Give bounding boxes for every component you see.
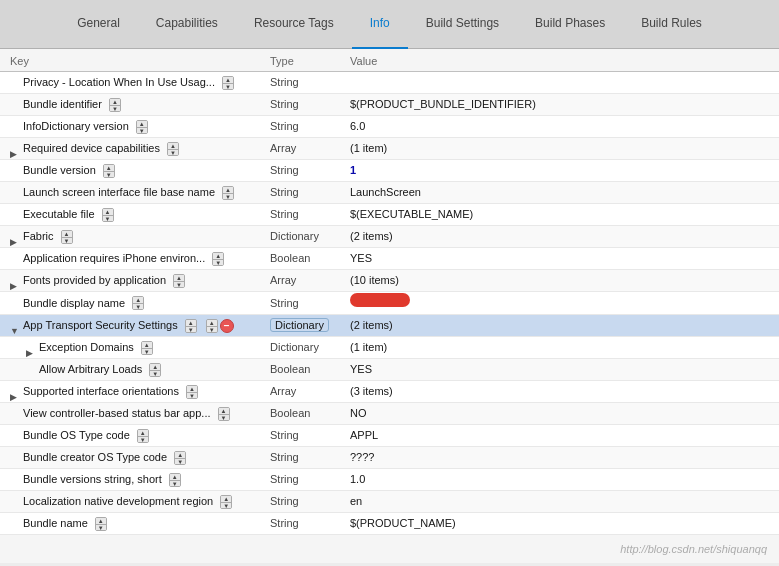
table-row: Launch screen interface file base name▲▼… [0, 182, 779, 204]
key-text: Supported interface orientations [23, 382, 179, 401]
red-blob-value [350, 293, 410, 307]
stepper-3[interactable]: ▲▼ [167, 142, 179, 156]
value-cell-9: (10 items) [350, 271, 769, 290]
key-text: Bundle OS Type code [23, 426, 130, 445]
key-cell-15: View controller-based status bar app...▲… [10, 404, 270, 423]
col-value: Value [350, 55, 769, 67]
type-cell-3: Array [270, 139, 350, 158]
type-cell-5: String [270, 183, 350, 202]
key-cell-19: Localization native development region▲▼ [10, 492, 270, 511]
value-cell-16: APPL [350, 426, 769, 445]
tab-build-rules[interactable]: Build Rules [623, 0, 720, 49]
key-text: Privacy - Location When In Use Usag... [23, 73, 215, 92]
table-row: Bundle creator OS Type code▲▼String???? [0, 447, 779, 469]
type-cell-11: Dictionary [270, 316, 350, 335]
key-cell-13: Allow Arbitrary Loads▲▼ [10, 360, 270, 379]
value-cell-2: 6.0 [350, 117, 769, 136]
table-row: Bundle versions string, short▲▼String1.0 [0, 469, 779, 491]
stepper-1[interactable]: ▲▼ [109, 98, 121, 112]
value-cell-7: (2 items) [350, 227, 769, 246]
stepper-10[interactable]: ▲▼ [132, 296, 144, 310]
value-cell-10 [350, 293, 769, 313]
stepper-20[interactable]: ▲▼ [95, 517, 107, 531]
key-text: Bundle version [23, 161, 96, 180]
tab-info[interactable]: Info [352, 0, 408, 49]
stepper-6[interactable]: ▲▼ [102, 208, 114, 222]
expand-triangle-9[interactable] [10, 277, 18, 285]
key-cell-14: Supported interface orientations▲▼ [10, 382, 270, 401]
key-cell-8: Application requires iPhone environ...▲▼ [10, 249, 270, 268]
stepper-14[interactable]: ▲▼ [186, 385, 198, 399]
stepper-17[interactable]: ▲▼ [174, 451, 186, 465]
expand-triangle-12[interactable] [26, 344, 34, 352]
table-row: Bundle name▲▼String$(PRODUCT_NAME) [0, 513, 779, 535]
expand-triangle-3[interactable] [10, 145, 18, 153]
key-cell-3: Required device capabilities▲▼ [10, 139, 270, 158]
table-row: Bundle version▲▼String1 [0, 160, 779, 182]
key-cell-9: Fonts provided by application▲▼ [10, 271, 270, 290]
remove-button-11[interactable]: − [220, 319, 234, 333]
key-text: Fonts provided by application [23, 271, 166, 290]
stepper-0[interactable]: ▲▼ [222, 76, 234, 90]
key-cell-10: Bundle display name▲▼ [10, 294, 270, 313]
table-body: Privacy - Location When In Use Usag...▲▼… [0, 72, 779, 535]
stepper-15[interactable]: ▲▼ [218, 407, 230, 421]
value-cell-8: YES [350, 249, 769, 268]
key-cell-6: Executable file▲▼ [10, 205, 270, 224]
key-cell-20: Bundle name▲▼ [10, 514, 270, 533]
table-row: Bundle display name▲▼String [0, 292, 779, 315]
stepper-2[interactable]: ▲▼ [136, 120, 148, 134]
type-cell-0: String [270, 73, 350, 92]
value-cell-6: $(EXECUTABLE_NAME) [350, 205, 769, 224]
table-row: Supported interface orientations▲▼Array(… [0, 381, 779, 403]
stepper-7[interactable]: ▲▼ [61, 230, 73, 244]
type-cell-15: Boolean [270, 404, 350, 423]
tab-build-settings[interactable]: Build Settings [408, 0, 517, 49]
value-cell-1: $(PRODUCT_BUNDLE_IDENTIFIER) [350, 95, 769, 114]
action-stepper-11[interactable]: ▲▼ [206, 319, 218, 333]
stepper-9[interactable]: ▲▼ [173, 274, 185, 288]
stepper-18[interactable]: ▲▼ [169, 473, 181, 487]
tab-general[interactable]: General [59, 0, 138, 49]
tab-bar: GeneralCapabilitiesResource TagsInfoBuil… [0, 0, 779, 49]
key-cell-16: Bundle OS Type code▲▼ [10, 426, 270, 445]
value-cell-15: NO [350, 404, 769, 423]
tab-capabilities[interactable]: Capabilities [138, 0, 236, 49]
expand-triangle-7[interactable] [10, 233, 18, 241]
type-cell-10: String [270, 294, 350, 313]
stepper-5[interactable]: ▲▼ [222, 186, 234, 200]
value-cell-4: 1 [350, 161, 769, 180]
key-text: App Transport Security Settings [23, 316, 178, 335]
stepper-11[interactable]: ▲▼ [185, 319, 197, 333]
col-key: Key [10, 55, 270, 67]
table-row: Privacy - Location When In Use Usag...▲▼… [0, 72, 779, 94]
table-row: App Transport Security Settings▲▼▲▼−Dict… [0, 315, 779, 337]
type-cell-1: String [270, 95, 350, 114]
expand-triangle-14[interactable] [10, 388, 18, 396]
expand-triangle-11[interactable] [10, 322, 18, 330]
key-cell-5: Launch screen interface file base name▲▼ [10, 183, 270, 202]
type-cell-4: String [270, 161, 350, 180]
key-text: Required device capabilities [23, 139, 160, 158]
type-badge-11[interactable]: Dictionary [270, 318, 329, 332]
tab-resource-tags[interactable]: Resource Tags [236, 0, 352, 49]
table-row: Executable file▲▼String$(EXECUTABLE_NAME… [0, 204, 779, 226]
stepper-4[interactable]: ▲▼ [103, 164, 115, 178]
stepper-8[interactable]: ▲▼ [212, 252, 224, 266]
col-type: Type [270, 55, 350, 67]
key-text: Fabric [23, 227, 54, 246]
table-row: Localization native development region▲▼… [0, 491, 779, 513]
type-cell-12: Dictionary [270, 338, 350, 357]
type-cell-9: Array [270, 271, 350, 290]
stepper-19[interactable]: ▲▼ [220, 495, 232, 509]
value-cell-3: (1 item) [350, 139, 769, 158]
stepper-13[interactable]: ▲▼ [149, 363, 161, 377]
stepper-12[interactable]: ▲▼ [141, 341, 153, 355]
key-cell-11: App Transport Security Settings▲▼▲▼− [10, 316, 270, 335]
type-cell-16: String [270, 426, 350, 445]
tab-build-phases[interactable]: Build Phases [517, 0, 623, 49]
stepper-16[interactable]: ▲▼ [137, 429, 149, 443]
type-cell-8: Boolean [270, 249, 350, 268]
watermark: http://blog.csdn.net/shiquanqq [0, 535, 779, 563]
type-cell-2: String [270, 117, 350, 136]
